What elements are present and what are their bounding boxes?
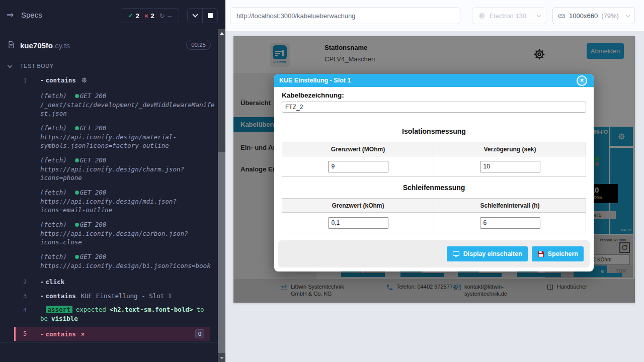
- command-number: 1: [23, 75, 40, 85]
- command-log: 1 contains (fetch)GET 200 /_next/static/…: [0, 74, 218, 341]
- close-icon[interactable]: ×: [577, 75, 587, 86]
- command-name: click: [40, 277, 64, 287]
- triangle-up-icon: [220, 32, 224, 35]
- app-stage: LITTWIN Stationsname CPLV4_Maschen Abmel…: [225, 31, 644, 362]
- chevron-down-icon: [8, 63, 13, 68]
- command-name: contains: [40, 75, 76, 85]
- fetch-status: GET 200: [80, 156, 107, 165]
- chevron-down-icon: [192, 12, 198, 17]
- cable-name-input[interactable]: [282, 102, 586, 113]
- passed-count: 2: [136, 12, 139, 20]
- column-header: Verzögerung (sek): [434, 142, 586, 156]
- cypress-reporter-panel: ⇒ Specs ✓2 ×2 ↻-- kue705fo.cy.ts 00:25 T…: [0, 0, 225, 362]
- status-dot-icon: [75, 126, 79, 130]
- assert-badge: assert: [46, 306, 72, 313]
- stop-icon: [208, 13, 213, 18]
- speichern-button[interactable]: Speichern: [532, 246, 584, 261]
- command-argument: KUE Einstellung - Slot 1: [81, 291, 172, 301]
- command-row[interactable]: 1 contains: [0, 75, 218, 85]
- schleifenintervall-input[interactable]: [480, 217, 540, 229]
- spec-file-icon: [7, 41, 15, 49]
- stats-failed: ×2: [144, 12, 154, 20]
- spec-file-row[interactable]: kue705fo.cy.ts 00:25: [0, 32, 218, 59]
- fetch-log-row[interactable]: (fetch)GET 200 https://api.iconify.desig…: [0, 124, 218, 150]
- fetch-status: GET 200: [80, 252, 107, 261]
- viewport-size-select[interactable]: 1000x660 (79%): [552, 7, 635, 24]
- fetch-label: (fetch): [40, 220, 67, 229]
- fetch-status: GET 200: [80, 124, 107, 133]
- isolation-verzoegerung-input[interactable]: [480, 161, 540, 172]
- scroll-down-arrow[interactable]: [218, 354, 225, 362]
- table-row: [282, 213, 586, 233]
- assert-text: visible: [51, 315, 78, 322]
- divider: [0, 342, 218, 343]
- collapse-all-button[interactable]: [188, 9, 202, 23]
- passed-check-icon: ✓: [128, 12, 133, 19]
- fetch-log-row[interactable]: (fetch)GET 200 https://api.iconify.desig…: [0, 252, 218, 270]
- command-name: contains: [40, 291, 76, 301]
- table-header-row: Grenzwert (kOhm) Schleifenintervall (h): [282, 199, 586, 213]
- reporter-controls: [187, 8, 218, 23]
- schleife-grenzwert-input[interactable]: [328, 217, 388, 229]
- assert-row[interactable]: 4 assertexpected<h2.text-sm.font-bold>to…: [0, 305, 218, 323]
- fetch-log-row[interactable]: (fetch)GET 200 https://api.iconify.desig…: [0, 220, 218, 246]
- modal-footer: Display einschalten Speichern: [278, 240, 590, 267]
- column-header: Grenzwert (MOhm): [282, 142, 434, 156]
- fetch-url: /_next/static/development/_devMiddleware…: [40, 101, 217, 118]
- spec-ext-text: .cy.ts: [53, 41, 70, 50]
- viewport-scale: (79%): [601, 12, 619, 20]
- fetch-url: https://api.iconify.design/material-symb…: [40, 133, 217, 150]
- assert-text: expected: [76, 306, 106, 313]
- failed-command-row[interactable]: 5 contains × 0: [14, 327, 210, 341]
- fetch-url: https://api.iconify.design/charm.json?ic…: [40, 165, 217, 182]
- test-body-label: TEST BODY: [20, 63, 54, 69]
- table-header-row: Grenzwert (MOhm) Verzögerung (sek): [282, 142, 586, 156]
- fetch-url: https://api.iconify.design/mdi.json?icon…: [40, 197, 217, 214]
- stats-pending: ↻--: [159, 12, 172, 20]
- specs-label: Specs: [21, 11, 42, 19]
- display-einschalten-button[interactable]: Display einschalten: [447, 246, 528, 261]
- scroll-up-arrow[interactable]: [218, 29, 225, 37]
- fetch-log-row[interactable]: (fetch)GET 200 https://api.iconify.desig…: [0, 188, 218, 214]
- fetch-log-row[interactable]: (fetch)GET 200 /_next/static/development…: [0, 92, 218, 118]
- gear-icon: [81, 77, 88, 83]
- fetch-label: (fetch): [40, 92, 67, 101]
- command-row[interactable]: 3 contains KUE Einstellung - Slot 1: [0, 291, 218, 301]
- modal-header: KUE Einstellung - Slot 1 ×: [274, 74, 594, 87]
- reporter-scrollbar[interactable]: [218, 29, 225, 362]
- command-number: 5: [23, 330, 40, 337]
- failed-x-icon: ×: [144, 12, 148, 20]
- fetch-label: (fetch): [40, 252, 67, 261]
- electron-icon: [478, 12, 486, 20]
- column-header: Schleifenintervall (h): [434, 199, 586, 212]
- section-title-isolation: Isolationsmessung: [282, 127, 586, 135]
- command-row[interactable]: 2 click: [0, 277, 218, 287]
- floppy-save-icon: [537, 250, 544, 257]
- triangle-down-icon: [220, 357, 224, 359]
- cable-name-label: Kabelbezeichnung:: [282, 92, 586, 99]
- match-count-badge: 0: [195, 329, 204, 338]
- command-number: 3: [23, 291, 40, 301]
- chevron-down-icon: [626, 13, 630, 17]
- command-number: 4: [23, 305, 40, 323]
- scrollbar-thumb[interactable]: [218, 152, 225, 353]
- schleife-table: Grenzwert (kOhm) Schleifenintervall (h): [282, 198, 586, 233]
- test-stats: ✓2 ×2 ↻--: [121, 8, 179, 23]
- column-header: Grenzwert (kOhm): [282, 199, 434, 212]
- spec-duration-badge: 00:25: [186, 40, 211, 50]
- fetch-log-row[interactable]: (fetch)GET 200 https://api.iconify.desig…: [0, 156, 218, 182]
- specs-list-icon[interactable]: ⇒: [7, 10, 14, 20]
- url-input[interactable]: [230, 7, 460, 24]
- test-body-header[interactable]: TEST BODY: [0, 61, 218, 72]
- section-title-schleife: Schleifenmessung: [282, 184, 586, 192]
- stop-run-button[interactable]: [202, 9, 217, 23]
- command-number: 2: [23, 277, 40, 287]
- modal-body: Kabelbezeichnung: Isolationsmessung Gren…: [274, 87, 594, 233]
- status-dot-icon: [75, 255, 79, 259]
- fetch-status: GET 200: [80, 92, 107, 101]
- isolation-grenzwert-input[interactable]: [328, 161, 388, 172]
- reporter-header: ⇒ Specs ✓2 ×2 ↻--: [0, 0, 218, 31]
- browser-select[interactable]: Electron 130: [472, 7, 546, 24]
- status-dot-icon: [75, 158, 79, 162]
- command-name: contains: [40, 330, 76, 338]
